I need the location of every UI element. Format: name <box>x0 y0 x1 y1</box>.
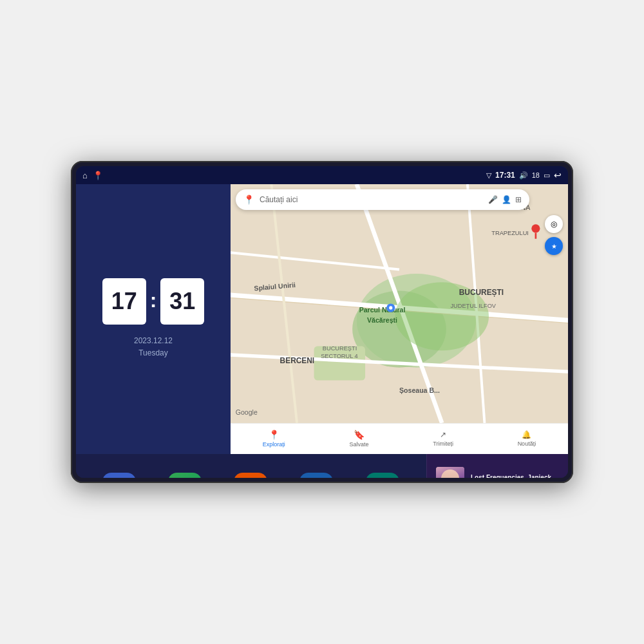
app-item-maps[interactable]: 📍 Maps <box>168 473 202 478</box>
app-item-radio[interactable]: FM radio <box>234 473 267 478</box>
map-bottom-nav: 📍 Explorați 🔖 Salvate ↗ Trimiteți 🔔 <box>231 423 568 454</box>
maps-status-icon[interactable]: 📍 <box>93 171 103 180</box>
status-time: 17:31 <box>495 171 515 180</box>
svg-text:Văcărești: Văcărești <box>367 316 397 324</box>
svg-text:BUCUREȘTI: BUCUREȘTI <box>459 288 504 297</box>
apps-icon <box>102 473 136 478</box>
app-item-carlink[interactable]: 📱 Car Link 2.0 <box>365 473 400 478</box>
bottom-section: Apps 📍 Maps FM <box>76 454 568 478</box>
map-background: Splaiul Unirii Șoseaua B... BUCUREȘTI JU… <box>231 184 568 423</box>
app-item-bluetooth[interactable]: Bluetooth <box>299 473 333 478</box>
svg-text:Google: Google <box>236 408 258 416</box>
device-screen: ⌂ 📍 ▽ 17:31 🔊 18 ▭ ↩ 17 : <box>76 166 568 478</box>
svg-point-26 <box>531 224 540 232</box>
status-left-icons: ⌂ 📍 <box>82 171 103 180</box>
status-right-area: ▽ 17:31 🔊 18 ▭ ↩ <box>486 170 562 180</box>
map-search-text[interactable]: Căutați aici <box>260 195 483 204</box>
map-nav-share[interactable]: ↗ Trimiteți <box>433 430 453 447</box>
clock-colon: : <box>150 289 157 312</box>
top-section: 17 : 31 2023.12.12 Tuesday 📍 Căutați aic… <box>76 184 568 454</box>
volume-icon: 🔊 <box>519 171 528 180</box>
signal-icon: ▽ <box>486 171 491 180</box>
map-svg: Splaiul Unirii Șoseaua B... BUCUREȘTI JU… <box>231 184 568 423</box>
clock-display: 17 : 31 <box>102 278 205 325</box>
map-panel[interactable]: 📍 Căutați aici 🎤 👤 ⊞ <box>231 184 568 454</box>
battery-icon: ▭ <box>544 171 550 180</box>
saved-icon: 🔖 <box>354 430 365 440</box>
apps-row: Apps 📍 Maps FM <box>76 454 426 478</box>
navigate-btn[interactable]: ★ <box>545 237 563 255</box>
music-thumbnail <box>436 467 464 478</box>
map-nav-saved[interactable]: 🔖 Salvate <box>350 430 369 448</box>
clock-panel: 17 : 31 2023.12.12 Tuesday <box>76 184 231 454</box>
bluetooth-icon <box>299 473 333 478</box>
svg-text:TRAPEZULUI: TRAPEZULUI <box>491 230 529 236</box>
clock-date: 2023.12.12 Tuesday <box>134 335 173 359</box>
account-icon[interactable]: 👤 <box>502 195 511 204</box>
svg-point-22 <box>389 306 392 309</box>
music-thumb-inner <box>436 467 464 478</box>
app-item-apps[interactable]: Apps <box>102 473 136 478</box>
map-controls: ◎ ★ <box>545 215 563 255</box>
music-thumb-face <box>441 469 459 478</box>
microphone-icon[interactable]: 🎤 <box>488 195 498 204</box>
home-icon[interactable]: ⌂ <box>82 171 88 180</box>
music-info: Lost Frequencies_Janieck Devy-... Unknow… <box>471 474 559 478</box>
status-bar: ⌂ 📍 ▽ 17:31 🔊 18 ▭ ↩ <box>76 166 568 184</box>
volume-value: 18 <box>532 171 540 179</box>
svg-text:BERCENI: BERCENI <box>280 356 315 365</box>
svg-text:Parcul Natural: Parcul Natural <box>359 306 406 314</box>
explore-icon: 📍 <box>269 430 279 440</box>
back-icon[interactable]: ↩ <box>554 170 562 180</box>
car-infotainment-device: ⌂ 📍 ▽ 17:31 🔊 18 ▭ ↩ 17 : <box>71 161 573 483</box>
map-nav-explore[interactable]: 📍 Explorați <box>263 430 285 448</box>
map-search-actions: 🎤 👤 ⊞ <box>488 195 522 204</box>
svg-text:BUCUREȘTI: BUCUREȘTI <box>323 345 357 352</box>
news-icon: 🔔 <box>522 430 531 439</box>
share-icon: ↗ <box>440 430 446 439</box>
location-btn[interactable]: ◎ <box>545 215 563 233</box>
map-nav-news[interactable]: 🔔 Noutăți <box>518 430 536 447</box>
clock-minute: 31 <box>160 278 204 325</box>
carlink-icon: 📱 <box>366 473 399 478</box>
main-content: 17 : 31 2023.12.12 Tuesday 📍 Căutați aic… <box>76 184 568 478</box>
svg-text:JUDEȚUL ILFOV: JUDEȚUL ILFOV <box>450 303 496 309</box>
music-panel: Lost Frequencies_Janieck Devy-... Unknow… <box>426 454 568 478</box>
maps-icon-btn: 📍 <box>168 473 202 478</box>
svg-text:Șoseaua B...: Șoseaua B... <box>399 386 440 394</box>
map-search-bar[interactable]: 📍 Căutați aici 🎤 👤 ⊞ <box>236 189 529 210</box>
google-maps-icon: 📍 <box>243 194 254 205</box>
music-top: Lost Frequencies_Janieck Devy-... Unknow… <box>436 467 559 478</box>
radio-icon: FM <box>234 473 267 478</box>
svg-text:SECTORUL 4: SECTORUL 4 <box>321 353 358 359</box>
grid-icon[interactable]: ⊞ <box>515 195 522 204</box>
music-title: Lost Frequencies_Janieck Devy-... <box>471 474 559 478</box>
clock-hour: 17 <box>102 278 146 325</box>
